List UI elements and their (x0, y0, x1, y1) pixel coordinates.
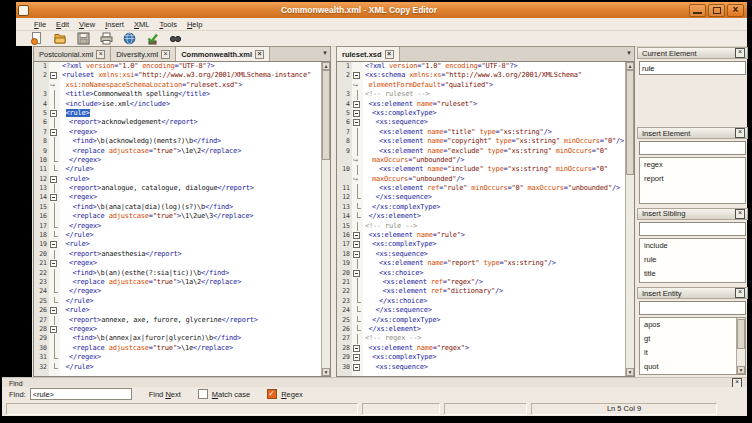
insert-entity-list[interactable]: aposgtltquot▼ (639, 317, 746, 375)
code-line[interactable]: 18<xs:sequence> (337, 250, 634, 259)
code-text[interactable]: <!-- regex --> (363, 334, 625, 343)
open-folder-icon[interactable] (53, 32, 67, 45)
scrollbar-right[interactable]: ▲ ▼ (625, 62, 634, 376)
scrollbar-left[interactable]: ▲ ▼ (321, 62, 330, 376)
regex-checkbox[interactable] (267, 389, 277, 399)
code-line[interactable]: 19<xs:element name="report" type="xs:str… (337, 259, 634, 268)
list-item-report[interactable]: report (640, 172, 745, 186)
code-text[interactable]: <find>\b(an)(esthe(?:sia|tic))\b</find> (60, 269, 321, 278)
code-text[interactable]: <xs:sequence> (363, 118, 625, 127)
code-text[interactable]: <xs:complexType> (363, 240, 625, 249)
fold-toggle-icon[interactable] (352, 363, 363, 372)
code-text[interactable]: <xs:choice> (363, 269, 625, 278)
fold-toggle-icon[interactable] (352, 109, 363, 118)
code-text[interactable]: <regex> (60, 193, 321, 202)
code-line[interactable]: 1<?xml version="1.0" encoding="UTF-8"?> (337, 62, 634, 71)
code-line[interactable]: 27<!-- regex --> (337, 334, 634, 343)
code-area[interactable]: 1<?xml version="1.0" encoding="UTF-8"?>2… (34, 62, 330, 376)
code-text[interactable]: <regex> (60, 325, 321, 334)
code-line[interactable]: 16<replace adjustcase="true">\1\2ue\3</r… (34, 212, 330, 221)
code-line[interactable]: 12<rule> (34, 175, 330, 184)
code-line[interactable]: 8<find>\b(acknowledg)(ments?)\b</find> (34, 137, 330, 146)
code-text[interactable]: <rule> (60, 109, 321, 118)
code-line[interactable]: 2<ruleset xmlns:xsi="http://www.w3.org/2… (34, 71, 330, 80)
code-text[interactable]: </rule> (60, 231, 321, 240)
fold-toggle-icon[interactable] (352, 269, 363, 278)
code-text[interactable] (363, 372, 625, 376)
code-text[interactable]: </rule> (60, 165, 321, 174)
code-line[interactable]: elementFormDefault="qualified"> (337, 81, 634, 90)
code-text[interactable]: maxOccurs="unbounded"/> (363, 156, 625, 165)
code-line[interactable]: 10<xs:element name="include" type="xs:st… (337, 165, 634, 174)
minimize-button[interactable] (689, 4, 706, 17)
new-document-icon[interactable] (30, 32, 44, 45)
panel-close-icon[interactable]: × (735, 209, 745, 219)
code-text[interactable]: <xs:element name="include" type="xs:stri… (363, 165, 625, 174)
find-next-button[interactable]: Find Next (149, 390, 181, 399)
fold-toggle-icon[interactable] (49, 71, 60, 80)
code-area[interactable]: 1<?xml version="1.0" encoding="UTF-8"?>2… (337, 62, 634, 376)
code-text[interactable]: </xs:complexType> (363, 203, 625, 212)
menu-edit[interactable]: Edit (51, 20, 74, 29)
code-text[interactable]: <xs:element ref="rule" minOccurs="0" max… (363, 184, 625, 193)
code-line[interactable]: 12</xs:sequence> (337, 193, 634, 202)
code-text[interactable]: <xs:element name="title" type="xs:string… (363, 128, 625, 137)
tab-close-icon[interactable]: × (161, 50, 170, 59)
code-text[interactable]: <xs:element name="ruleset"> (363, 100, 625, 109)
browse-globe-icon[interactable] (122, 32, 136, 45)
find-binoculars-icon[interactable] (168, 32, 182, 45)
code-line[interactable]: xsi:noNamespaceSchemaLocation="ruleset.x… (34, 81, 330, 90)
code-line[interactable]: 20<xs:choice> (337, 269, 634, 278)
fold-toggle-icon[interactable] (352, 240, 363, 249)
code-text[interactable]: <rule> (60, 175, 321, 184)
code-text[interactable]: <report>analogue, catalogue, dialogue</r… (60, 184, 321, 193)
code-line[interactable]: 3<!-- ruleset --> (337, 90, 634, 99)
tab-close-icon[interactable]: × (385, 50, 394, 59)
code-line[interactable]: 28<xs:element name="regex"> (337, 344, 634, 353)
code-text[interactable]: <rule> (60, 240, 321, 249)
list-item-apos[interactable]: apos (640, 318, 745, 332)
code-text[interactable]: <include>ise.xml</include> (60, 100, 321, 109)
menu-xml[interactable]: XML (129, 20, 154, 29)
code-line[interactable]: 11</rule> (34, 165, 330, 174)
list-item-lt[interactable]: lt (640, 346, 745, 360)
code-text[interactable]: <xs:element name="regex"> (363, 344, 625, 353)
code-line[interactable]: 30<replace adjustcase="true">\1e</replac… (34, 344, 330, 353)
list-item-rule[interactable]: rule (640, 253, 745, 267)
code-text[interactable]: <xs:element name="exclude" type="xs:stri… (363, 147, 625, 156)
code-text[interactable]: <xs:sequence> (363, 250, 625, 259)
code-line[interactable]: 31</regex> (34, 353, 330, 362)
code-text[interactable]: </xs:element> (363, 212, 625, 221)
code-text[interactable]: <replace adjustcase="true">\1e\2</replac… (60, 147, 321, 156)
code-text[interactable]: </regex> (60, 156, 321, 165)
code-text[interactable]: maxOccurs="unbounded"/> (363, 175, 625, 184)
fold-toggle-icon[interactable] (352, 100, 363, 109)
insert-element-list[interactable]: regexreport (639, 157, 746, 204)
code-line[interactable]: 30<xs:sequence> (337, 363, 634, 372)
save-icon[interactable] (76, 32, 90, 45)
code-text[interactable]: <!-- ruleset --> (363, 90, 625, 99)
fold-toggle-icon[interactable] (352, 71, 363, 80)
code-text[interactable]: <report>annexe, axe, furore, glycerine</… (60, 316, 321, 325)
code-line[interactable]: 21<xs:element ref="regex"/> (337, 278, 634, 287)
code-line[interactable]: 13</xs:complexType> (337, 203, 634, 212)
fold-toggle-icon[interactable] (49, 128, 60, 137)
scroll-down-icon[interactable]: ▼ (737, 366, 745, 374)
code-line[interactable]: 14</xs:element> (337, 212, 634, 221)
code-line[interactable]: 20<report>anaesthesia</report> (34, 250, 330, 259)
code-line[interactable]: 14<regex> (34, 193, 330, 202)
code-text[interactable]: <regex> (60, 259, 321, 268)
menu-insert[interactable]: Insert (100, 20, 129, 29)
code-text[interactable]: <replace adjustcase="true">\1e</replace> (60, 344, 321, 353)
list-scrollbar[interactable]: ▼ (736, 318, 745, 374)
code-line-empty[interactable] (34, 372, 330, 376)
code-line[interactable]: 13<report>analogue, catalogue, dialogue<… (34, 184, 330, 193)
code-line[interactable]: 2<xs:schema xmlns:xs="http://www.w3.org/… (337, 71, 634, 80)
tab-close-icon[interactable]: × (255, 50, 264, 59)
scroll-thumb[interactable] (737, 319, 745, 349)
code-text[interactable]: <find>\b(annex|ax|furor|glycerin)\b</fin… (60, 334, 321, 343)
code-text[interactable]: <xs:element name="report" type="xs:strin… (363, 259, 625, 268)
tab-postcolonial-xml[interactable]: Postcolonial.xml× (34, 47, 111, 61)
code-line[interactable]: 10</regex> (34, 156, 330, 165)
code-line[interactable]: 22<find>\b(an)(esthe(?:sia|tic))\b</find… (34, 269, 330, 278)
